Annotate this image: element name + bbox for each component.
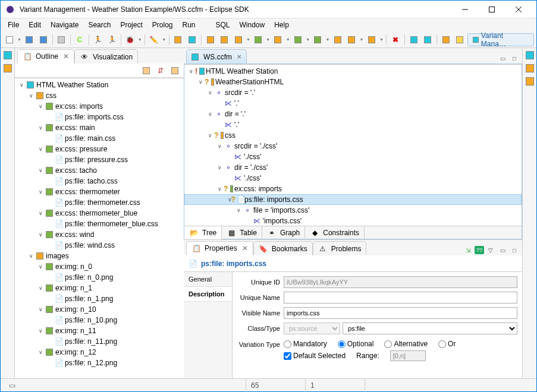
tb-y9[interactable] [346, 33, 359, 46]
input-visible-name[interactable] [284, 307, 517, 319]
filter-button[interactable] [140, 64, 153, 77]
tb-new[interactable] [3, 33, 16, 46]
tree-row[interactable]: ∨ HTML Weather Station [15, 80, 184, 90]
outline-tree[interactable]: ∨ HTML Weather Station ∨ css ∨ ex:css: i… [15, 78, 184, 378]
twisty-icon[interactable]: ∨ [27, 91, 35, 100]
twisty-icon[interactable]: ∨ [36, 327, 45, 335]
twisty-icon[interactable] [215, 99, 224, 108]
close-button[interactable] [505, 1, 532, 18]
tb-y3[interactable] [232, 33, 245, 46]
tree-row[interactable]: ∨ ex:img: n_1 [15, 283, 184, 293]
chevron-down-icon[interactable]: ▼ [285, 33, 290, 46]
tb-run1[interactable]: 🏃 [92, 33, 105, 46]
radio-mandatory[interactable]: Mandatory [284, 340, 327, 348]
tab-properties[interactable]: 📋Properties ✕ [186, 241, 253, 255]
tree-row[interactable]: ∨ images [15, 251, 184, 261]
twisty-icon[interactable] [46, 113, 54, 121]
chevron-down-icon[interactable]: ▼ [17, 33, 22, 46]
tb-del[interactable]: ✖ [389, 33, 402, 46]
twisty-icon[interactable]: ∨ [36, 124, 45, 132]
radio-or[interactable]: Or [438, 340, 456, 348]
tree-row[interactable]: ∨ ex:css: pressure [15, 144, 184, 154]
tb-x2[interactable] [186, 33, 199, 46]
twisty-icon[interactable] [46, 220, 54, 228]
twisty-icon[interactable]: ∨ [196, 78, 205, 86]
twisty-icon[interactable] [46, 359, 54, 367]
twisty-icon[interactable] [46, 316, 54, 324]
tree-row[interactable]: 📄 ps:file: n_11.png [15, 336, 184, 347]
pin-button[interactable]: ⇲ [463, 245, 473, 255]
twisty-icon[interactable]: ∨ [36, 145, 45, 153]
tb-z1[interactable] [407, 33, 420, 46]
tree-row[interactable]: 📄 ps:file: wind.css [15, 240, 184, 251]
tree-row[interactable]: ∨ ex:img: n_12 [15, 347, 184, 358]
tree-row[interactable]: 📄 ps:file: thermometer_blue.css [15, 219, 184, 229]
editor-tree[interactable]: ∨ ! HTML Weather Station ∨ ? WeatherStat… [184, 64, 522, 226]
twisty-icon[interactable] [225, 174, 233, 182]
tree-row[interactable]: ∨ css [15, 90, 184, 101]
tree-row[interactable]: ∨ ? WeatherStationHTML [184, 77, 522, 87]
radio-alternative[interactable]: Alternative [384, 340, 428, 348]
twisty-icon[interactable]: ∨ [36, 348, 45, 356]
trim-icon[interactable] [524, 75, 536, 87]
tree-row[interactable]: ⋉ '.' [184, 119, 522, 130]
chevron-down-icon[interactable]: ▼ [266, 33, 271, 46]
side-tab-general[interactable]: General [184, 272, 232, 287]
tb-debug[interactable]: 🐞 [124, 33, 137, 46]
expand-button[interactable] [168, 64, 181, 77]
twisty-icon[interactable]: ∨ [36, 284, 45, 292]
tb-run2[interactable]: 🏃 [105, 33, 118, 46]
tree-row[interactable]: ∨ ⚬ srcdir = '.' [184, 87, 522, 98]
min-button[interactable]: ▭ [497, 245, 508, 255]
tree-row[interactable]: 📄 ps:file: n_0.png [15, 272, 184, 283]
twisty-icon[interactable]: ∨ [27, 252, 35, 260]
tb-z2[interactable] [421, 33, 434, 46]
tree-row[interactable]: ∨ ⚬ srcdir = './css' [184, 141, 522, 151]
menu-project[interactable]: Project [115, 20, 147, 30]
open-perspective-button[interactable] [454, 33, 467, 46]
twisty-icon[interactable] [46, 295, 54, 303]
twisty-icon[interactable] [46, 156, 54, 164]
tree-row[interactable]: 📄 ps:file: n_10.png [15, 315, 184, 325]
tree-row[interactable]: ∨ ? css [184, 130, 522, 141]
sort-button[interactable]: ⇵ [154, 64, 167, 77]
twisty-icon[interactable]: ∨ [215, 163, 224, 172]
menu-search[interactable]: Search [83, 20, 115, 30]
twisty-icon[interactable]: ∨ [17, 81, 26, 89]
tab-visualization[interactable]: 👁Visualization [74, 49, 138, 64]
tb-y10[interactable] [365, 33, 378, 46]
tree-row[interactable]: ⋉ './css' [184, 151, 522, 162]
tree-row[interactable]: ∨ ⚬ dir = '.' [184, 109, 522, 119]
menu-help[interactable]: Help [269, 20, 294, 30]
tree-row[interactable]: ∨ ? ex:css: imports [184, 184, 522, 194]
twisty-icon[interactable] [46, 177, 54, 185]
minimize-button[interactable] [451, 1, 478, 18]
radio-optional[interactable]: Optional [338, 340, 374, 348]
chevron-down-icon[interactable]: ▼ [246, 33, 250, 46]
tb-x1[interactable] [172, 33, 185, 46]
twisty-icon[interactable]: ∨ [206, 131, 214, 140]
input-unique-name[interactable] [284, 292, 517, 304]
twisty-icon[interactable]: ∨ [187, 67, 195, 75]
tree-row[interactable]: ∨ ! HTML Weather Station [184, 66, 522, 77]
chevron-down-icon[interactable]: ▼ [162, 33, 167, 46]
tb-y2[interactable] [218, 33, 231, 46]
tree-row[interactable]: ∨ ex:css: thermometer_blue [15, 208, 184, 219]
tb-y1[interactable] [204, 33, 217, 46]
tree-row[interactable]: 📄 ps:file: thermometer.css [15, 197, 184, 208]
trim-icon[interactable] [2, 49, 14, 61]
max-button[interactable]: □ [509, 245, 520, 255]
menu-sql[interactable]: SQL [211, 20, 235, 30]
twisty-icon[interactable] [46, 198, 54, 207]
tree-row[interactable]: ∨ ⚬ file = 'imports.css' [184, 205, 522, 216]
tab-bookmarks[interactable]: 🔖Bookmarks [253, 241, 313, 255]
tb-y4[interactable] [252, 33, 265, 46]
tree-row[interactable]: ∨ ex:css: imports [15, 101, 184, 112]
twisty-icon[interactable] [46, 273, 54, 282]
tree-row[interactable]: ∨ ? 📄 ps:file: imports.css [184, 194, 522, 205]
menu-file[interactable]: File [3, 20, 24, 30]
tb-y7[interactable] [312, 33, 325, 46]
ebt-constraints[interactable]: ◆Constraints [305, 226, 365, 239]
tree-row[interactable]: 📄 ps:file: n_12.png [15, 358, 184, 368]
tree-row[interactable]: ∨ ex:img: n_11 [15, 325, 184, 336]
